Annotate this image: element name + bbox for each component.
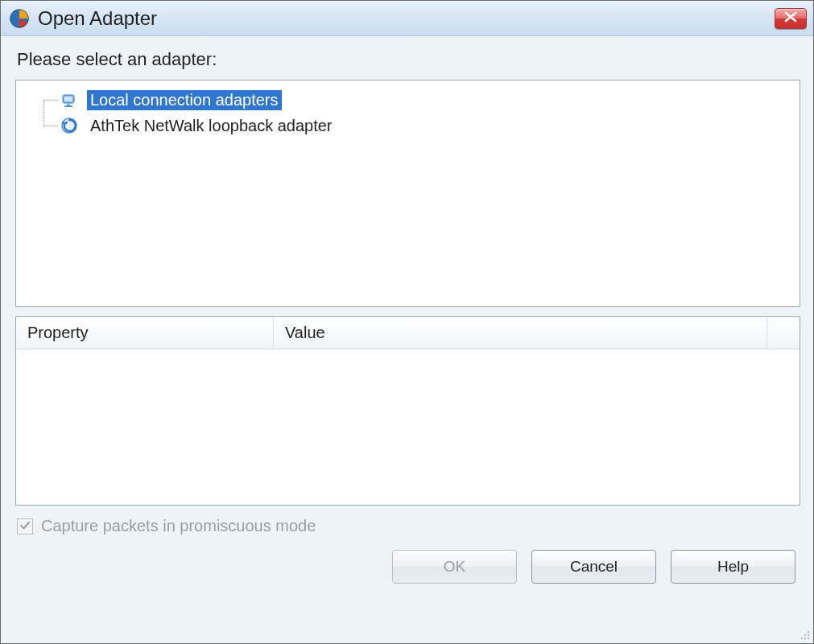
- instruction-label: Please select an adapter:: [17, 49, 800, 70]
- close-icon: [784, 10, 797, 27]
- app-icon: [9, 8, 30, 29]
- tree-item-local-adapters[interactable]: Local connection adapters: [19, 87, 796, 113]
- column-header-property[interactable]: Property: [16, 317, 274, 349]
- checkbox-box: [17, 518, 33, 535]
- cancel-button[interactable]: Cancel: [531, 550, 656, 584]
- loopback-adapter-icon: [60, 116, 79, 135]
- listview-rows: [16, 349, 800, 505]
- svg-point-9: [808, 634, 809, 636]
- tree-item-label: AthTek NetWalk loopback adapter: [87, 116, 336, 136]
- svg-rect-4: [67, 103, 70, 105]
- dialog-bottom: Capture packets in promiscuous mode OK C…: [15, 517, 800, 588]
- window-title: Open Adapter: [38, 7, 775, 30]
- help-button[interactable]: Help: [671, 550, 795, 584]
- svg-point-8: [804, 634, 806, 636]
- listview-headers: Property Value: [16, 317, 800, 349]
- svg-rect-5: [64, 105, 72, 107]
- check-icon: [19, 517, 31, 535]
- svg-point-7: [808, 631, 809, 633]
- ok-button[interactable]: OK: [392, 550, 517, 584]
- open-adapter-dialog: Open Adapter Please select an adapter:: [0, 0, 814, 644]
- svg-point-10: [801, 638, 803, 639]
- promiscuous-checkbox: Capture packets in promiscuous mode: [15, 517, 800, 535]
- resize-grip-icon[interactable]: [798, 628, 811, 641]
- svg-point-11: [804, 638, 806, 639]
- checkbox-label: Capture packets in promiscuous mode: [41, 517, 316, 535]
- property-listview: Property Value: [15, 316, 800, 506]
- adapter-group-icon: [60, 90, 79, 109]
- title-bar: Open Adapter: [1, 1, 813, 36]
- tree-item-loopback[interactable]: AthTek NetWalk loopback adapter: [19, 113, 796, 138]
- column-header-value[interactable]: Value: [274, 317, 767, 349]
- svg-rect-3: [64, 97, 72, 101]
- close-button[interactable]: [775, 8, 807, 29]
- dialog-body: Please select an adapter: Local connecti…: [1, 36, 813, 643]
- svg-point-12: [808, 638, 809, 639]
- tree-item-label: Local connection adapters: [87, 90, 282, 110]
- button-row: OK Cancel Help: [15, 550, 800, 588]
- column-header-spacer: [767, 317, 800, 349]
- adapter-tree[interactable]: Local connection adapters AthTek NetWalk…: [15, 80, 800, 307]
